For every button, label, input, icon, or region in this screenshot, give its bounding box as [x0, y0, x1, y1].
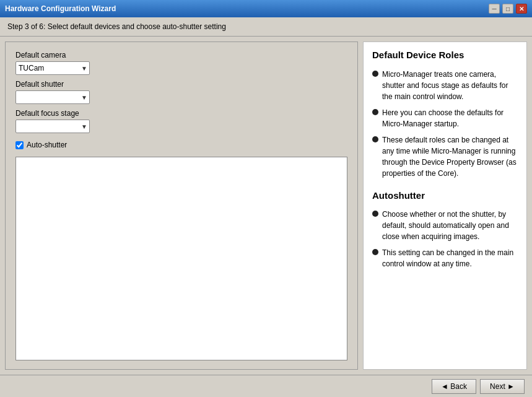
- default-focus-stage-dropdown[interactable]: [15, 120, 90, 133]
- content-area: Default camera TUCam ▼ Default shutter ▼: [0, 37, 532, 375]
- list-item: Here you can choose the defaults for Mic…: [372, 107, 518, 129]
- step-bar: Step 3 of 6: Select default devices and …: [0, 17, 532, 37]
- default-shutter-dropdown-wrapper: ▼: [15, 90, 90, 104]
- default-focus-stage-dropdown-wrapper: ▼: [15, 120, 90, 133]
- default-shutter-dropdown[interactable]: [15, 90, 90, 104]
- minimize-button[interactable]: ─: [489, 4, 500, 14]
- default-camera-label: Default camera: [15, 51, 347, 59]
- section1-item-3: These default roles can be changed at an…: [382, 134, 518, 179]
- auto-shutter-row: Auto-shutter: [15, 141, 347, 149]
- default-focus-stage-label: Default focus stage: [15, 109, 347, 118]
- bullet-icon: [372, 249, 378, 255]
- default-shutter-label: Default shutter: [15, 80, 347, 89]
- auto-shutter-label: Auto-shutter: [27, 141, 67, 149]
- section1-item-1: Micro-Manager treats one camera, shutter…: [382, 69, 518, 102]
- section1-item-2: Here you can choose the defaults for Mic…: [382, 107, 518, 129]
- list-item: Choose whether or not the shutter, by de…: [372, 209, 518, 242]
- bullet-icon: [372, 211, 378, 217]
- section1-title: Default Device Roles: [372, 48, 518, 63]
- maximize-button[interactable]: □: [502, 4, 513, 14]
- default-camera-field: Default camera TUCam ▼: [15, 51, 347, 75]
- default-camera-dropdown[interactable]: TUCam: [15, 61, 90, 75]
- bullet-icon: [372, 71, 378, 77]
- back-button[interactable]: ◄ Back: [432, 379, 476, 394]
- section2-item-2: This setting can be changed in the main …: [382, 247, 518, 269]
- section1-list: Micro-Manager treats one camera, shutter…: [372, 69, 518, 179]
- right-panel: Default Device Roles Micro-Manager treat…: [363, 41, 527, 370]
- default-focus-stage-field: Default focus stage ▼: [15, 109, 347, 133]
- bullet-icon: [372, 136, 378, 142]
- close-button[interactable]: ✕: [516, 4, 527, 14]
- wizard-window: Step 3 of 6: Select default devices and …: [0, 17, 532, 397]
- list-item: This setting can be changed in the main …: [372, 247, 518, 269]
- section2-item-1: Choose whether or not the shutter, by de…: [382, 209, 518, 242]
- title-bar-controls: ─ □ ✕: [489, 4, 527, 14]
- left-panel: Default camera TUCam ▼ Default shutter ▼: [5, 41, 358, 370]
- list-item: Micro-Manager treats one camera, shutter…: [372, 69, 518, 102]
- default-camera-dropdown-wrapper: TUCam ▼: [15, 61, 90, 75]
- step-text: Step 3 of 6: Select default devices and …: [7, 22, 226, 31]
- section2-list: Choose whether or not the shutter, by de…: [372, 209, 518, 269]
- log-area: [15, 157, 347, 360]
- title-bar-label: Hardware Configuration Wizard: [5, 4, 116, 13]
- default-shutter-field: Default shutter ▼: [15, 80, 347, 104]
- bottom-bar: ◄ Back Next ►: [0, 375, 532, 397]
- list-item: These default roles can be changed at an…: [372, 134, 518, 179]
- auto-shutter-checkbox[interactable]: [15, 141, 24, 149]
- next-button[interactable]: Next ►: [480, 379, 525, 394]
- section2-title: Autoshutter: [372, 189, 518, 203]
- bullet-icon: [372, 109, 378, 115]
- title-bar: Hardware Configuration Wizard ─ □ ✕: [0, 0, 532, 17]
